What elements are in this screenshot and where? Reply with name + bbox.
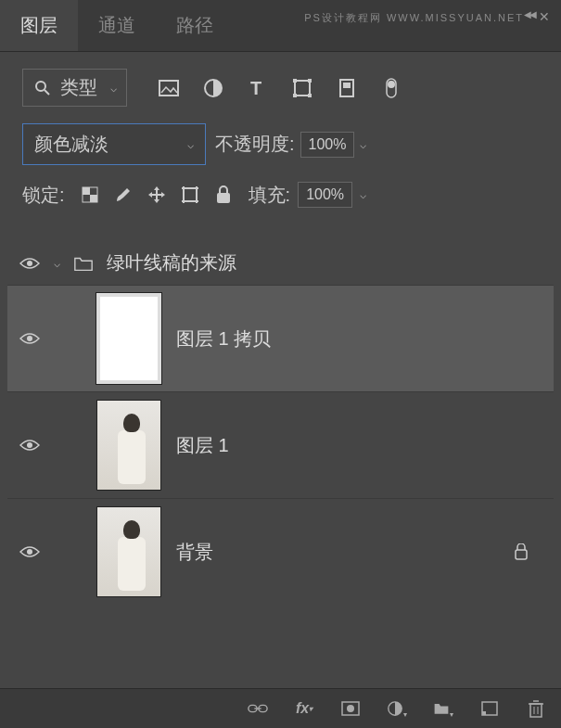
svg-point-26 xyxy=(27,549,32,555)
mask-icon[interactable] xyxy=(340,698,361,719)
svg-line-1 xyxy=(45,90,49,95)
svg-rect-15 xyxy=(83,187,90,195)
chevron-down-icon[interactable]: ⌵ xyxy=(360,188,366,201)
blend-mode-label: 颜色减淡 xyxy=(34,132,108,157)
svg-text:T: T xyxy=(250,79,261,97)
controls-area: 类型 ⌵ T 颜色减淡 ⌵ 不透明度: 100% ⌵ xyxy=(0,52,561,241)
svg-rect-16 xyxy=(90,195,97,202)
lock-paint-icon[interactable] xyxy=(113,185,134,205)
svg-rect-6 xyxy=(293,79,297,83)
layer-name: 背景 xyxy=(176,540,496,565)
layer-row[interactable]: 背景 xyxy=(7,498,554,605)
filter-text-icon[interactable]: T xyxy=(248,78,268,98)
blend-row: 颜色减淡 ⌵ 不透明度: 100% ⌵ xyxy=(22,123,539,165)
lock-all-icon[interactable] xyxy=(213,185,234,205)
visibility-icon[interactable] xyxy=(19,331,41,346)
lock-icon[interactable] xyxy=(511,542,531,562)
layers-panel: ◀◀ ✕ PS设计教程网 WWW.MISSYUAN.NET 图层 通道 路径 类… xyxy=(0,0,561,728)
opacity-group: 不透明度: 100% ⌵ xyxy=(215,132,366,158)
filter-adjustment-icon[interactable] xyxy=(203,78,223,98)
opacity-input[interactable]: 100% xyxy=(300,132,355,158)
lock-artboard-icon[interactable] xyxy=(180,185,200,205)
fill-value: 100% xyxy=(306,186,344,203)
tab-layers[interactable]: 图层 xyxy=(0,0,78,51)
svg-rect-27 xyxy=(516,550,527,559)
chevron-down-icon: ⌵ xyxy=(110,82,117,95)
svg-rect-11 xyxy=(343,83,351,88)
opacity-value: 100% xyxy=(309,136,347,153)
filter-row: 类型 ⌵ T xyxy=(22,69,539,107)
visibility-icon[interactable] xyxy=(19,544,41,559)
fill-label: 填充: xyxy=(249,183,291,208)
svg-rect-17 xyxy=(184,188,197,201)
svg-point-0 xyxy=(36,82,45,91)
filter-image-icon[interactable] xyxy=(159,78,179,98)
panel-tabs: 图层 通道 路径 xyxy=(0,0,561,52)
svg-point-24 xyxy=(27,336,32,341)
visibility-icon[interactable] xyxy=(19,438,41,453)
layer-name: 图层 1 拷贝 xyxy=(176,326,542,351)
lock-position-icon[interactable] xyxy=(147,185,167,205)
blend-mode-select[interactable]: 颜色减淡 ⌵ xyxy=(22,123,206,165)
layer-thumbnail[interactable] xyxy=(96,506,161,597)
collapse-icon[interactable]: ◀◀ xyxy=(524,9,535,19)
svg-point-25 xyxy=(27,442,32,448)
group-name: 绿叶线稿的来源 xyxy=(107,250,542,275)
search-icon xyxy=(32,78,53,98)
lock-row: 锁定: 填充: 100% ⌵ xyxy=(22,182,539,208)
filter-toggle-icon[interactable] xyxy=(381,78,402,98)
chevron-down-icon[interactable]: ⌵ xyxy=(360,138,366,151)
svg-point-13 xyxy=(388,81,395,88)
fill-input[interactable]: 100% xyxy=(298,182,352,208)
opacity-label: 不透明度: xyxy=(215,132,295,157)
footer-toolbar: fx▾ ▾ ▾ xyxy=(0,688,561,728)
new-layer-icon[interactable] xyxy=(479,698,500,719)
filter-label: 类型 xyxy=(60,75,97,100)
fx-icon[interactable]: fx▾ xyxy=(294,698,314,719)
layer-row[interactable]: 图层 1 拷贝 xyxy=(7,285,554,391)
lock-icons xyxy=(80,185,234,205)
filter-icons: T xyxy=(159,78,402,98)
tab-paths[interactable]: 路径 xyxy=(156,0,234,51)
filter-smart-icon[interactable] xyxy=(337,78,357,98)
layer-thumbnail[interactable] xyxy=(96,400,161,491)
folder-icon xyxy=(73,253,94,274)
group-collapse-icon[interactable]: ⌵ xyxy=(54,257,60,270)
svg-rect-8 xyxy=(293,94,297,97)
layers-list: ⌵ 绿叶线稿的来源 图层 1 拷贝 图层 1 背景 xyxy=(0,241,561,605)
visibility-icon[interactable] xyxy=(19,256,41,271)
new-group-icon[interactable]: ▾ xyxy=(433,698,453,719)
filter-shape-icon[interactable] xyxy=(292,78,312,98)
svg-rect-2 xyxy=(159,81,178,96)
layer-name: 图层 1 xyxy=(176,433,542,458)
layer-thumbnail[interactable] xyxy=(96,293,161,384)
svg-rect-5 xyxy=(295,81,310,96)
close-icon[interactable]: ✕ xyxy=(539,9,550,24)
svg-rect-9 xyxy=(308,94,312,97)
svg-point-32 xyxy=(347,705,354,712)
adjustment-layer-icon[interactable]: ▾ xyxy=(387,698,407,719)
link-layers-icon[interactable] xyxy=(248,698,268,719)
filter-type-select[interactable]: 类型 ⌵ xyxy=(22,69,127,107)
chevron-down-icon: ⌵ xyxy=(187,138,194,151)
svg-point-23 xyxy=(27,261,32,266)
layer-row[interactable]: 图层 1 xyxy=(7,391,554,498)
lock-label: 锁定: xyxy=(22,183,65,208)
tab-channels[interactable]: 通道 xyxy=(78,0,156,51)
svg-rect-35 xyxy=(530,704,542,717)
delete-layer-icon[interactable] xyxy=(526,698,546,719)
svg-rect-7 xyxy=(308,79,312,83)
lock-transparency-icon[interactable] xyxy=(80,185,100,205)
layer-group-row[interactable]: ⌵ 绿叶线稿的来源 xyxy=(7,241,554,285)
watermark-text: PS设计教程网 WWW.MISSYUAN.NET xyxy=(304,11,524,25)
svg-rect-22 xyxy=(217,193,230,203)
